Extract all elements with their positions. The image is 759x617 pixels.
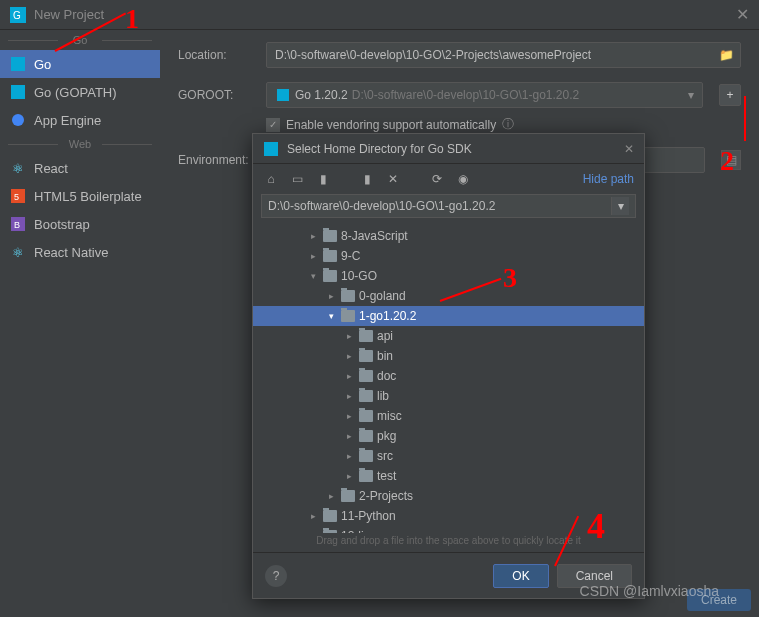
folder-icon bbox=[341, 310, 355, 322]
project-icon[interactable]: ▮ bbox=[315, 172, 331, 186]
env-list-icon[interactable]: ▤ bbox=[721, 150, 741, 170]
sidebar-item-html5[interactable]: 5 HTML5 Boilerplate bbox=[0, 182, 160, 210]
chevron-right-icon[interactable]: ▸ bbox=[307, 511, 319, 521]
folder-icon bbox=[359, 330, 373, 342]
svg-text:B: B bbox=[14, 220, 20, 230]
sidebar-item-react-native[interactable]: ⚛ React Native bbox=[0, 238, 160, 266]
folder-icon bbox=[323, 530, 337, 533]
go-icon bbox=[10, 84, 26, 100]
dialog-title: Select Home Directory for Go SDK bbox=[287, 142, 472, 156]
folder-icon bbox=[359, 410, 373, 422]
tree-row[interactable]: ▸doc bbox=[253, 366, 644, 386]
chevron-right-icon[interactable]: ▸ bbox=[307, 251, 319, 261]
chevron-right-icon[interactable]: ▸ bbox=[343, 411, 355, 421]
tree-label: 0-goland bbox=[359, 289, 406, 303]
tree-row[interactable]: ▸2-Projects bbox=[253, 486, 644, 506]
dialog-footer: ? OK Cancel bbox=[253, 552, 644, 598]
sidebar-item-bootstrap[interactable]: B Bootstrap bbox=[0, 210, 160, 238]
tree-row[interactable]: ▸pkg bbox=[253, 426, 644, 446]
delete-icon[interactable]: ✕ bbox=[385, 172, 401, 186]
chevron-right-icon[interactable]: ▸ bbox=[325, 291, 337, 301]
folder-icon bbox=[323, 250, 337, 262]
sidebar-item-appengine[interactable]: App Engine bbox=[0, 106, 160, 134]
tree-label: bin bbox=[377, 349, 393, 363]
chevron-right-icon[interactable]: ▸ bbox=[343, 391, 355, 401]
path-input[interactable]: D:\0-software\0-develop\10-GO\1-go1.20.2… bbox=[261, 194, 636, 218]
svg-rect-9 bbox=[277, 89, 289, 101]
tree-row[interactable]: ▾1-go1.20.2 bbox=[253, 306, 644, 326]
file-tree[interactable]: ▸8-JavaScript▸9-C▾10-GO▸0-goland▾1-go1.2… bbox=[253, 224, 644, 533]
chevron-right-icon[interactable]: ▸ bbox=[325, 491, 337, 501]
tree-row[interactable]: ▾10-GO bbox=[253, 266, 644, 286]
home-icon[interactable]: ⌂ bbox=[263, 172, 279, 186]
tree-label: lib bbox=[377, 389, 389, 403]
tree-row[interactable]: ▸api bbox=[253, 326, 644, 346]
chevron-right-icon[interactable]: ▸ bbox=[343, 451, 355, 461]
tree-row[interactable]: ▸12-linux bbox=[253, 526, 644, 533]
tree-row[interactable]: ▸bin bbox=[253, 346, 644, 366]
help-icon[interactable]: ⓘ bbox=[502, 116, 514, 133]
sidebar-item-go[interactable]: Go bbox=[0, 50, 160, 78]
chevron-right-icon[interactable]: ▸ bbox=[343, 431, 355, 441]
refresh-icon[interactable]: ⟳ bbox=[429, 172, 445, 186]
chevron-right-icon[interactable]: ▸ bbox=[307, 231, 319, 241]
tree-row[interactable]: ▸0-goland bbox=[253, 286, 644, 306]
bootstrap-icon: B bbox=[10, 216, 26, 232]
svg-text:G: G bbox=[13, 10, 21, 21]
folder-icon bbox=[359, 350, 373, 362]
chevron-down-icon[interactable]: ▾ bbox=[307, 271, 319, 281]
add-sdk-button[interactable]: + bbox=[719, 84, 741, 106]
cancel-button[interactable]: Cancel bbox=[557, 564, 632, 588]
svg-rect-10 bbox=[264, 142, 278, 156]
chevron-down-icon[interactable]: ▾ bbox=[611, 197, 629, 215]
location-input[interactable]: D:\0-software\0-develop\10-GO\2-Projects… bbox=[266, 42, 741, 68]
tree-row[interactable]: ▸11-Python bbox=[253, 506, 644, 526]
tree-label: 1-go1.20.2 bbox=[359, 309, 416, 323]
folder-icon bbox=[323, 510, 337, 522]
new-folder-icon[interactable]: ▮ bbox=[359, 172, 375, 186]
hide-path-link[interactable]: Hide path bbox=[583, 172, 634, 186]
chevron-right-icon[interactable]: ▸ bbox=[343, 471, 355, 481]
vendoring-label: Enable vendoring support automatically bbox=[286, 118, 496, 132]
sidebar: Go Go Go (GOPATH) App Engine Web ⚛ React… bbox=[0, 30, 160, 617]
tree-row[interactable]: ▸src bbox=[253, 446, 644, 466]
tree-row[interactable]: ▸lib bbox=[253, 386, 644, 406]
help-button[interactable]: ? bbox=[265, 565, 287, 587]
sidebar-item-label: HTML5 Boilerplate bbox=[34, 189, 142, 204]
env-label: Environment: bbox=[178, 153, 256, 167]
app-icon bbox=[263, 141, 279, 157]
ok-button[interactable]: OK bbox=[493, 564, 548, 588]
browse-folder-icon[interactable]: 📁 bbox=[719, 48, 734, 62]
app-icon: G bbox=[10, 7, 26, 23]
chevron-down-icon[interactable]: ▾ bbox=[325, 311, 337, 321]
goroot-dropdown[interactable]: Go 1.20.2 D:\0-software\0-develop\10-GO\… bbox=[266, 82, 703, 108]
sidebar-item-label: React Native bbox=[34, 245, 108, 260]
folder-icon bbox=[359, 450, 373, 462]
vendoring-checkbox[interactable]: ✓ bbox=[266, 118, 280, 132]
sidebar-item-label: React bbox=[34, 161, 68, 176]
sidebar-item-react[interactable]: ⚛ React bbox=[0, 154, 160, 182]
sidebar-item-gopath[interactable]: Go (GOPATH) bbox=[0, 78, 160, 106]
folder-icon bbox=[359, 370, 373, 382]
tree-row[interactable]: ▸8-JavaScript bbox=[253, 226, 644, 246]
go-icon bbox=[10, 56, 26, 72]
tree-row[interactable]: ▸test bbox=[253, 466, 644, 486]
chevron-right-icon[interactable]: ▸ bbox=[343, 331, 355, 341]
go-icon bbox=[275, 87, 291, 103]
show-hidden-icon[interactable]: ◉ bbox=[455, 172, 471, 186]
chevron-right-icon[interactable]: ▸ bbox=[343, 371, 355, 381]
tree-row[interactable]: ▸misc bbox=[253, 406, 644, 426]
svg-point-4 bbox=[12, 114, 24, 126]
folder-icon bbox=[359, 390, 373, 402]
tree-row[interactable]: ▸9-C bbox=[253, 246, 644, 266]
tree-label: 11-Python bbox=[341, 509, 396, 523]
desktop-icon[interactable]: ▭ bbox=[289, 172, 305, 186]
create-button[interactable]: Create bbox=[687, 589, 751, 611]
folder-icon bbox=[359, 430, 373, 442]
close-icon[interactable]: ✕ bbox=[736, 5, 749, 24]
folder-icon bbox=[323, 230, 337, 242]
dialog-close-icon[interactable]: ✕ bbox=[624, 142, 634, 156]
chevron-right-icon[interactable]: ▸ bbox=[343, 351, 355, 361]
drag-hint: Drag and drop a file into the space abov… bbox=[253, 533, 644, 552]
sidebar-item-label: Go bbox=[34, 57, 51, 72]
